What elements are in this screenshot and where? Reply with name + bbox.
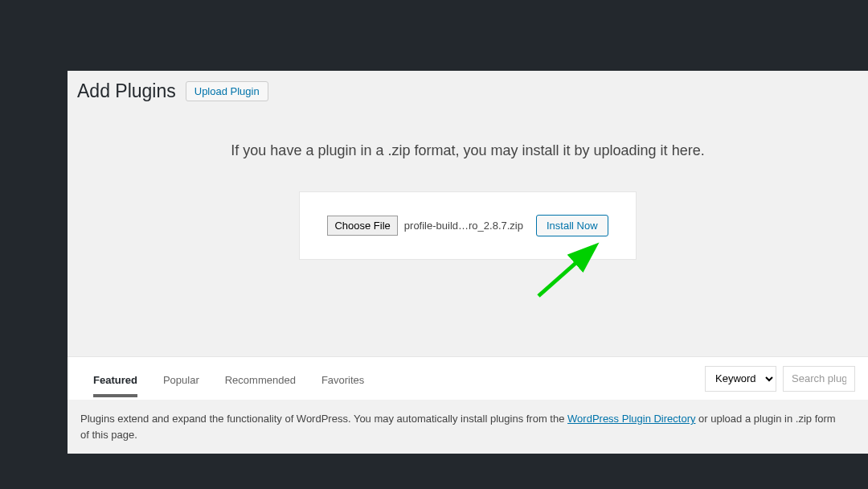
plugin-directory-link[interactable]: WordPress Plugin Directory xyxy=(567,413,695,425)
install-now-button[interactable]: Install Now xyxy=(536,215,608,236)
upload-form: Choose File profile-build…ro_2.8.7.zip I… xyxy=(299,191,637,260)
selected-filename: profile-build…ro_2.8.7.zip xyxy=(404,220,523,232)
search-area: Keyword xyxy=(705,366,855,392)
page-title: Add Plugins xyxy=(77,80,176,102)
page-header: Add Plugins Upload Plugin xyxy=(68,71,868,102)
filter-tabs: Featured Popular Recommended Favorites K… xyxy=(68,356,868,400)
upload-plugin-button[interactable]: Upload Plugin xyxy=(186,81,268,101)
footer-text-line2: of this page. xyxy=(80,429,137,441)
tab-featured[interactable]: Featured xyxy=(80,360,150,397)
add-plugins-page: Add Plugins Upload Plugin If you have a … xyxy=(68,71,868,425)
footer-text-after: or upload a plugin in .zip form xyxy=(695,413,835,425)
tab-favorites[interactable]: Favorites xyxy=(309,360,377,397)
upload-section: If you have a plugin in a .zip format, y… xyxy=(68,102,868,284)
choose-file-button[interactable]: Choose File xyxy=(327,216,397,236)
upload-instruction: If you have a plugin in a .zip format, y… xyxy=(84,142,852,159)
tab-popular[interactable]: Popular xyxy=(150,360,212,397)
search-input[interactable] xyxy=(783,366,855,392)
tab-recommended[interactable]: Recommended xyxy=(212,360,309,397)
footer-text-before: Plugins extend and expand the functional… xyxy=(80,413,567,425)
footer-description: Plugins extend and expand the functional… xyxy=(68,400,868,454)
search-type-select[interactable]: Keyword xyxy=(705,366,776,392)
